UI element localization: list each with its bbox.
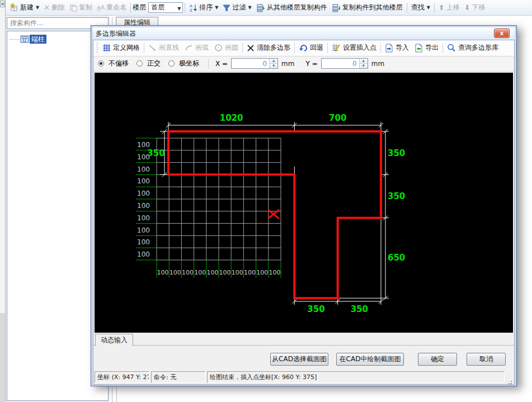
panel-close-icon[interactable]: × xyxy=(0,1,5,7)
draw-section-in-cad-button[interactable]: 在CAD中绘制截面图 xyxy=(336,353,404,366)
toolbar-grip xyxy=(96,42,98,54)
copy-from-other-floor-button[interactable]: 从其他楼层复制构件 xyxy=(254,2,329,13)
find-button[interactable]: 查找▼ xyxy=(409,2,432,13)
svg-text:350: 350 xyxy=(388,148,405,158)
floor-combobox[interactable]: 首层 ▼ xyxy=(148,2,183,13)
new-label: 新建 xyxy=(20,3,34,12)
status-coordinates-text: 坐标 (X: 947 Y: 276) xyxy=(97,373,149,381)
filter-funnel-icon xyxy=(223,4,230,12)
polygon-canvas[interactable]: 1001001001001001001001001001001001001001… xyxy=(95,73,513,333)
draw-circle-label: 画圆 xyxy=(225,43,238,53)
x-coordinate-stepper[interactable]: 0 ▲▼ xyxy=(231,58,278,69)
status-message: 绘图结束，插入点坐标[X: 960 Y: 375] xyxy=(207,371,505,383)
floor-label: 楼层 xyxy=(133,3,146,12)
dialog-statusbar: 坐标 (X: 947 Y: 276) 命令: 无 绘图结束，插入点坐标[X: 9… xyxy=(95,371,513,383)
copy-from-other-floor-label: 从其他楼层复制构件 xyxy=(267,3,327,12)
radio-orthogonal-label: 正交 xyxy=(147,59,161,68)
search-icon xyxy=(447,44,456,52)
filter-button[interactable]: 过滤▼ xyxy=(220,2,253,13)
circle-icon xyxy=(214,44,223,52)
radio-polar[interactable] xyxy=(168,60,175,67)
sort-button[interactable]: AZ 排序▼ xyxy=(187,2,220,13)
svg-text:100: 100 xyxy=(206,269,218,276)
define-grid-button[interactable]: 定义网格 xyxy=(100,43,143,53)
move-down-label: 下移 xyxy=(472,3,486,12)
draw-line-button[interactable]: 画直线 xyxy=(145,43,182,53)
toolbar-separator xyxy=(130,3,131,13)
new-icon xyxy=(10,3,18,12)
export-button[interactable]: 导出 xyxy=(412,43,441,53)
step-down-icon[interactable]: ▼ xyxy=(360,64,368,68)
bottom-tab-row: 动态输入 xyxy=(93,333,514,346)
tree-branch-dots xyxy=(10,39,20,40)
toolbar-separator xyxy=(294,43,295,53)
dialog-titlebar[interactable]: 多边形编辑器 x xyxy=(93,27,515,40)
step-up-icon[interactable]: ▲ xyxy=(360,59,368,64)
dialog-toolbar: 定义网格 画直线 画弧 画圆 清除多边形 xyxy=(93,40,514,56)
rename-icon: a̲A xyxy=(97,4,105,11)
set-insert-point-label: 设置插入点 xyxy=(343,43,376,53)
query-polygon-library-button[interactable]: 查询多边形库 xyxy=(444,43,501,53)
find-label: 查找 xyxy=(411,3,425,12)
stepper-arrows[interactable]: ▲▼ xyxy=(359,59,368,68)
select-section-from-cad-button[interactable]: 从CAD选择截面图 xyxy=(270,353,328,366)
dialog-title: 多边形编辑器 xyxy=(96,29,136,39)
left-panel-edge: × xyxy=(0,0,6,402)
delete-button[interactable]: ✕ 删除 xyxy=(41,2,67,13)
copy-to-other-floor-button[interactable]: 复制构件到其他楼层 xyxy=(329,2,405,13)
draw-circle-button[interactable]: 画圆 xyxy=(211,43,241,53)
step-down-icon[interactable]: ▼ xyxy=(270,64,277,68)
search-placeholder: 搜索构件... xyxy=(10,18,43,28)
combo-caret-icon: ▼ xyxy=(177,6,181,11)
clear-polygon-button[interactable]: 清除多边形 xyxy=(244,43,293,53)
radio-no-offset[interactable] xyxy=(98,60,104,67)
sort-az-icon: AZ xyxy=(189,3,197,12)
move-up-label: 上移 xyxy=(446,3,460,12)
import-icon xyxy=(385,44,393,53)
dialog-close-button[interactable]: x xyxy=(494,29,510,38)
export-icon xyxy=(415,44,423,53)
svg-text:100: 100 xyxy=(157,269,169,276)
import-button[interactable]: 导入 xyxy=(382,43,412,53)
undo-button[interactable]: 回退 xyxy=(296,43,326,53)
svg-text:Z: Z xyxy=(190,8,192,12)
copy-button[interactable]: 复制 xyxy=(67,2,95,13)
floors-copy-from-icon xyxy=(256,3,265,12)
radio-polar-label: 极坐标 xyxy=(179,59,199,68)
move-down-button[interactable]: ⬇ 下移 xyxy=(462,2,488,13)
stepper-arrows[interactable]: ▲▼ xyxy=(269,59,277,68)
draw-arc-button[interactable]: 画弧 xyxy=(182,43,211,53)
svg-text:100: 100 xyxy=(244,269,256,276)
clear-polygon-label: 清除多边形 xyxy=(257,43,290,53)
toolbar-separator xyxy=(242,43,243,53)
query-polygon-library-label: 查询多边形库 xyxy=(458,43,498,53)
set-insert-point-button[interactable]: 设置插入点 xyxy=(329,43,379,53)
step-up-icon[interactable]: ▲ xyxy=(270,59,277,64)
svg-text:A: A xyxy=(190,4,192,8)
move-up-button[interactable]: ⬆ 上移 xyxy=(436,2,462,13)
svg-text:350: 350 xyxy=(307,304,324,314)
delete-icon: ✕ xyxy=(44,4,50,11)
radio-orthogonal[interactable] xyxy=(136,60,143,67)
svg-text:100: 100 xyxy=(137,250,150,258)
svg-text:100: 100 xyxy=(269,269,280,276)
rename-button[interactable]: a̲A 重命名 xyxy=(95,2,129,13)
status-message-text: 绘图结束，插入点坐标[X: 960 Y: 375] xyxy=(210,373,317,381)
y-coordinate-stepper[interactable]: 0 ▲▼ xyxy=(321,58,368,69)
svg-text:100: 100 xyxy=(256,269,268,276)
svg-text:100: 100 xyxy=(137,177,150,185)
toolbar-separator xyxy=(442,43,443,53)
x-unit-label: mm xyxy=(281,60,294,68)
polygon-editor-dialog: 多边形编辑器 x 定义网格 画直线 画弧 xyxy=(91,25,517,386)
ok-button[interactable]: 确定 xyxy=(418,353,457,366)
insert-point-icon xyxy=(332,44,341,52)
main-toolbar: 新建▼ ✕ 删除 复制 a̲A 重命名 楼层 首层 ▼ AZ 排序▼ 过滤▼ xyxy=(6,0,532,16)
cancel-button[interactable]: 取消 xyxy=(467,353,506,366)
tab-dynamic-input[interactable]: 动态输入 xyxy=(95,334,133,346)
svg-text:100: 100 xyxy=(182,269,194,276)
x-coordinate-label: X = xyxy=(215,60,228,68)
new-button[interactable]: 新建▼ xyxy=(8,2,41,13)
toolbar-separator xyxy=(407,3,407,13)
resize-grip[interactable] xyxy=(506,371,513,383)
svg-text:350: 350 xyxy=(351,304,368,314)
